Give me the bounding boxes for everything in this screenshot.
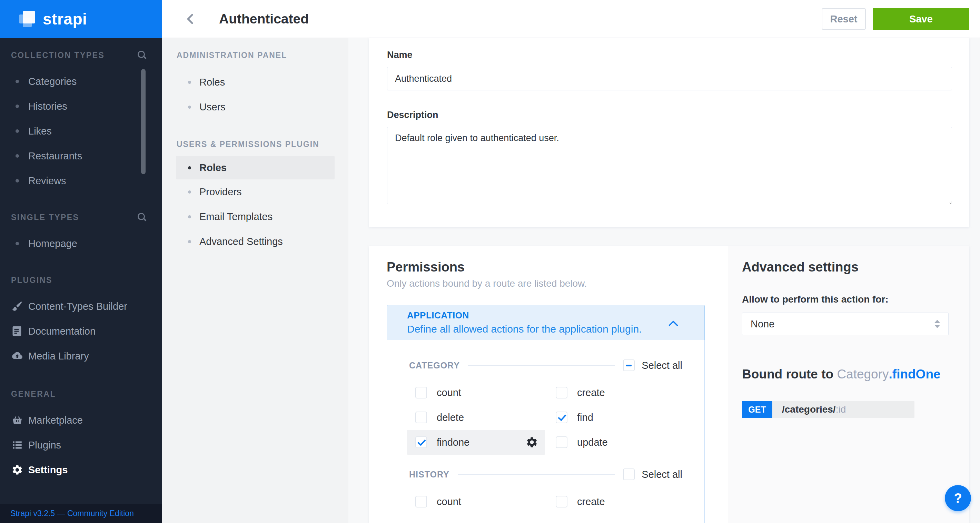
collection-types-heading: COLLECTION TYPES (11, 51, 105, 60)
select-all-checkbox-indeterminate[interactable] (623, 359, 635, 371)
plugins-heading: PLUGINS (11, 276, 52, 285)
search-icon[interactable] (137, 213, 147, 222)
perm-history-create[interactable]: create (549, 489, 682, 514)
perm-category-delete[interactable]: delete (409, 405, 549, 430)
checkbox-unchecked[interactable] (415, 387, 427, 399)
bullet-icon (188, 191, 191, 194)
sidebar-item-content-types-builder[interactable]: Content-Types Builder (0, 294, 162, 319)
gear-icon (10, 464, 24, 476)
select-arrows-icon (934, 320, 940, 328)
route-path: /categories/:id (772, 401, 915, 418)
users-permissions-heading: USERS & PERMISSIONS PLUGIN (162, 137, 348, 151)
perm-category-findone[interactable]: findone (407, 430, 545, 455)
bullet-icon (188, 215, 191, 218)
reset-button[interactable]: Reset (822, 8, 866, 30)
subnav-item-admin-roles[interactable]: Roles (162, 70, 348, 95)
allow-action-select[interactable]: None (742, 313, 948, 335)
sidebar-item-reviews[interactable]: Reviews (0, 169, 162, 193)
history-group-header: HISTORY Select all (409, 469, 682, 480)
permissions-subtitle: Only actions bound by a route are listed… (387, 278, 705, 289)
main-content: Name Description Default role given to a… (348, 38, 980, 523)
general-heading: GENERAL (11, 389, 56, 399)
advanced-settings-title: Advanced settings (742, 260, 948, 275)
bullet-icon (188, 81, 191, 84)
sidebar: strapi COLLECTION TYPES Categories Histo… (0, 0, 162, 523)
perm-category-count[interactable]: count (409, 380, 549, 405)
bullet-icon (16, 129, 19, 133)
bound-route-line: Bound route to Category.findOne (742, 367, 948, 382)
permissions-title: Permissions (387, 260, 705, 275)
name-input[interactable] (387, 67, 952, 91)
checkbox-checked[interactable] (556, 412, 568, 423)
checkbox-unchecked[interactable] (556, 436, 568, 448)
select-all-checkbox-unchecked[interactable] (623, 469, 635, 480)
bullet-icon (16, 80, 19, 83)
route-param: :id (836, 404, 846, 415)
http-method-badge: GET (742, 401, 772, 418)
cloud-upload-icon (10, 350, 24, 362)
cog-icon[interactable] (526, 436, 538, 448)
divider (458, 474, 615, 475)
help-button[interactable]: ? (945, 485, 971, 511)
checkbox-unchecked[interactable] (556, 387, 568, 399)
bullet-icon (188, 106, 191, 109)
history-select-all[interactable]: Select all (623, 469, 682, 480)
checkbox-checked[interactable] (415, 436, 427, 448)
plugin-description: Define all allowed actions for the appli… (407, 323, 684, 335)
perm-history-count[interactable]: count (409, 489, 549, 514)
checkbox-unchecked[interactable] (556, 496, 568, 507)
subnav-item-email-templates[interactable]: Email Templates (162, 204, 348, 229)
permissions-panel: Permissions Only actions bound by a rout… (369, 246, 728, 523)
chevron-left-icon (187, 13, 197, 24)
subnav-item-admin-users[interactable]: Users (162, 95, 348, 119)
perm-category-find[interactable]: find (549, 405, 682, 430)
bound-route-controller: Category (837, 367, 889, 381)
bullet-icon (16, 154, 19, 157)
category-group-name: CATEGORY (409, 361, 460, 370)
perm-category-create[interactable]: create (549, 380, 682, 405)
search-icon[interactable] (137, 50, 147, 60)
description-label: Description (387, 109, 952, 121)
save-button[interactable]: Save (873, 8, 969, 30)
logo-text: strapi (43, 10, 87, 28)
section-plugins: PLUGINS Content-Types Builder Documentat… (0, 273, 162, 369)
strapi-logo[interactable]: strapi (0, 0, 162, 38)
bullet-icon (16, 242, 19, 245)
name-label: Name (387, 49, 952, 61)
version-link[interactable]: Strapi v3.2.5 — Community Edition (0, 504, 162, 523)
sidebar-item-plugins[interactable]: Plugins (0, 432, 162, 458)
back-button[interactable] (177, 0, 207, 38)
advanced-settings-panel: Advanced settings Allow to perform this … (728, 246, 969, 523)
route-bar: GET /categories/:id (742, 401, 915, 418)
sidebar-item-media-library[interactable]: Media Library (0, 343, 162, 369)
sidebar-item-homepage[interactable]: Homepage (0, 231, 162, 256)
subnav-item-advanced-settings[interactable]: Advanced Settings (162, 229, 348, 254)
allow-action-label: Allow to perform this action for: (742, 294, 948, 305)
strapi-admin-screen: strapi COLLECTION TYPES Categories Histo… (0, 0, 980, 523)
header-divider (207, 0, 207, 38)
sidebar-item-marketplace[interactable]: Marketplace (0, 408, 162, 432)
section-collection-types: COLLECTION TYPES Categories Histories Li… (0, 48, 162, 193)
subnav-item-providers[interactable]: Providers (162, 180, 348, 204)
category-permissions-grid: count create delete find findone update (409, 380, 682, 455)
perm-category-update[interactable]: update (549, 430, 682, 455)
sidebar-item-categories[interactable]: Categories (0, 69, 162, 94)
administration-panel-heading: ADMINISTRATION PANEL (162, 48, 348, 62)
sidebar-item-documentation[interactable]: Documentation (0, 319, 162, 343)
bullet-icon (188, 166, 191, 169)
settings-subnav: ADMINISTRATION PANEL Roles Users USERS &… (162, 38, 348, 523)
page-title: Authenticated (219, 0, 309, 38)
checkbox-unchecked[interactable] (415, 496, 427, 507)
sidebar-item-restaurants[interactable]: Restaurants (0, 143, 162, 169)
list-icon (10, 439, 24, 451)
sidebar-item-likes[interactable]: Likes (0, 119, 162, 143)
checkbox-unchecked[interactable] (415, 412, 427, 423)
sidebar-item-histories[interactable]: Histories (0, 94, 162, 119)
sidebar-item-settings[interactable]: Settings (0, 458, 162, 482)
strapi-logo-icon (19, 11, 35, 27)
sidebar-scrollbar[interactable] (141, 69, 146, 174)
application-accordion-header[interactable]: APPLICATION Define all allowed actions f… (387, 305, 705, 340)
subnav-item-up-roles[interactable]: Roles (176, 156, 335, 180)
category-select-all[interactable]: Select all (623, 359, 682, 371)
description-textarea[interactable]: Default role given to authenticated user… (387, 127, 952, 204)
